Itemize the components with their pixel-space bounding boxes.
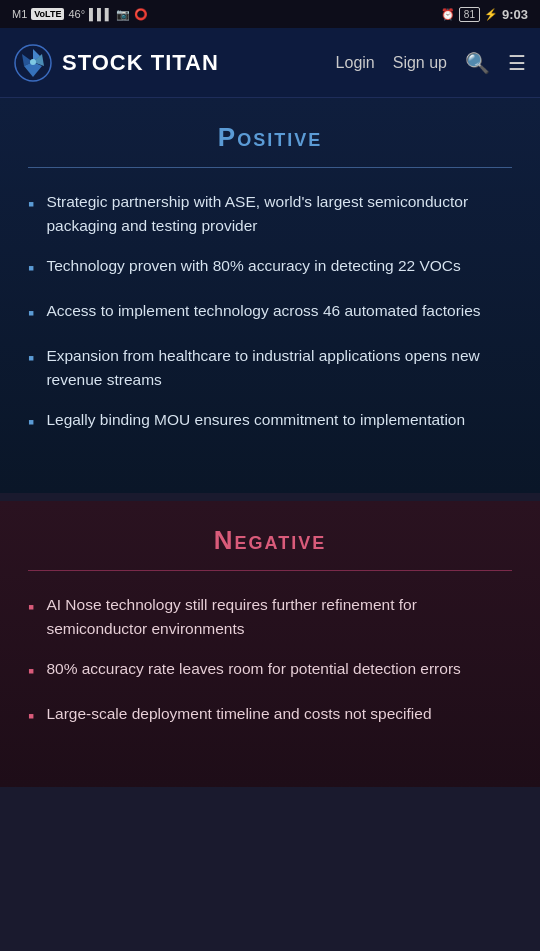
negative-bullet-item: 80% accuracy rate leaves room for potent… bbox=[28, 657, 512, 686]
carrier-text: M1 bbox=[12, 8, 27, 20]
volte-badge: VoLTE bbox=[31, 8, 64, 20]
positive-title: Positive bbox=[28, 122, 512, 153]
logo-area: STOCK TITAN bbox=[14, 44, 336, 82]
network-type: 46° bbox=[68, 8, 85, 20]
negative-bullet-item: AI Nose technology still requires furthe… bbox=[28, 593, 512, 641]
status-left: M1 VoLTE 46° ▌▌▌ 📷 ⭕ bbox=[12, 8, 148, 21]
positive-bullet-item: Legally binding MOU ensures commitment t… bbox=[28, 408, 512, 437]
search-icon[interactable]: 🔍 bbox=[465, 51, 490, 75]
signup-link[interactable]: Sign up bbox=[393, 54, 447, 72]
positive-bullet-list: Strategic partnership with ASE, world's … bbox=[28, 190, 512, 437]
negative-bullet-list: AI Nose technology still requires furthe… bbox=[28, 593, 512, 731]
battery-indicator: 81 bbox=[459, 7, 480, 22]
navbar: STOCK TITAN Login Sign up 🔍 ☰ bbox=[0, 28, 540, 98]
positive-bullet-item: Access to implement technology across 46… bbox=[28, 299, 512, 328]
positive-section: Positive Strategic partnership with ASE,… bbox=[0, 98, 540, 493]
status-right: ⏰ 81 ⚡ 9:03 bbox=[441, 7, 528, 22]
nav-links: Login Sign up 🔍 ☰ bbox=[336, 51, 526, 75]
positive-divider bbox=[28, 167, 512, 168]
status-bar: M1 VoLTE 46° ▌▌▌ 📷 ⭕ ⏰ 81 ⚡ 9:03 bbox=[0, 0, 540, 28]
main-content: Positive Strategic partnership with ASE,… bbox=[0, 98, 540, 787]
negative-divider bbox=[28, 570, 512, 571]
time-display: 9:03 bbox=[502, 7, 528, 22]
charging-icon: ⚡ bbox=[484, 8, 498, 21]
menu-icon[interactable]: ☰ bbox=[508, 51, 526, 75]
negative-title: Negative bbox=[28, 525, 512, 556]
negative-section: Negative AI Nose technology still requir… bbox=[0, 501, 540, 787]
negative-bullet-item: Large-scale deployment timeline and cost… bbox=[28, 702, 512, 731]
positive-bullet-item: Technology proven with 80% accuracy in d… bbox=[28, 254, 512, 283]
logo-text: STOCK TITAN bbox=[62, 50, 219, 76]
alarm-icon: ⏰ bbox=[441, 8, 455, 21]
instagram-icon: 📷 bbox=[116, 8, 130, 21]
svg-point-1 bbox=[30, 59, 36, 65]
instagram2-icon: ⭕ bbox=[134, 8, 148, 21]
positive-bullet-item: Expansion from healthcare to industrial … bbox=[28, 344, 512, 392]
signal-icon: ▌▌▌ bbox=[89, 8, 112, 20]
login-link[interactable]: Login bbox=[336, 54, 375, 72]
logo-icon bbox=[14, 44, 52, 82]
battery-level: 81 bbox=[464, 9, 475, 20]
positive-bullet-item: Strategic partnership with ASE, world's … bbox=[28, 190, 512, 238]
